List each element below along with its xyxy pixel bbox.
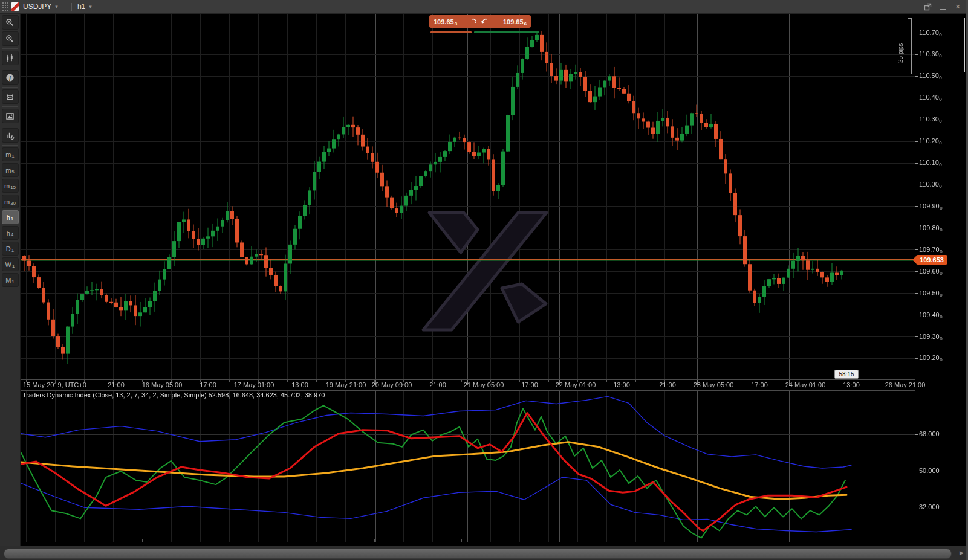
zoom-in-button[interactable] [2, 15, 19, 30]
chart-settings-button[interactable] [2, 128, 19, 143]
toolbar-separator [2, 48, 18, 49]
chart-window: USDJPY ▾ h1 ▾ × f [0, 0, 968, 560]
current-price-badge: 109.653 [916, 255, 947, 265]
symbol-logo-icon [11, 2, 19, 11]
snapshot-icon [5, 112, 15, 121]
price-axis-label: 110.200 [919, 137, 942, 146]
price-axis-label: 110.500 [919, 72, 942, 80]
time-axis-label: 17 May 01:00 [234, 381, 274, 388]
candle-countdown-badge: 58:15 [834, 370, 859, 379]
timeframe-button-W1[interactable]: W1 [2, 257, 19, 271]
time-axis-label: 17:00 [521, 381, 538, 388]
timeframe-button-m5[interactable]: m5 [2, 163, 19, 177]
timeframe-button-D1[interactable]: D1 [2, 242, 19, 256]
zoom-out-icon [5, 34, 15, 43]
timeframe-buttons: m1m5m15m30h1h4D1W1M1 [0, 147, 20, 287]
price-axis-label: 110.700 [919, 29, 942, 37]
price-axis-label: 109.800 [919, 224, 943, 233]
toolbar-separator [2, 126, 18, 126]
chart-toolbar: f m1m5m15m30h1h4D1W1M1 [0, 13, 21, 546]
buy-price: 109.656 [503, 18, 527, 25]
time-axis-label: 23 May 05:00 [694, 381, 734, 388]
price-axis-label: 109.600 [919, 268, 943, 276]
toolbar-separator [2, 87, 18, 88]
price-axis-label: 110.400 [919, 94, 942, 102]
timeframe-label: h1 [77, 2, 85, 11]
time-axis-label: 24 May 01:00 [785, 381, 826, 388]
indicator-axis-label: 32.000 [919, 503, 940, 511]
cbots-button[interactable] [2, 89, 19, 104]
timeframe-button-m30[interactable]: m30 [2, 195, 19, 208]
follow-mode-icon: f [5, 73, 15, 82]
price-axis-label: 109.500 [919, 289, 943, 298]
time-axis-label: 15 May 2019, UTC+0 [23, 381, 86, 388]
chevron-down-icon: ▾ [55, 4, 58, 10]
price-axis-label: 109.300 [919, 333, 943, 341]
zoom-in-icon [5, 18, 15, 27]
drag-handle[interactable] [2, 2, 8, 11]
price-axis-label: 110.300 [919, 115, 942, 124]
price-axis-label: 109.700 [919, 246, 943, 254]
buy-button[interactable]: 109.656 [476, 15, 531, 28]
horizontal-scrollbar[interactable]: ▶ [0, 546, 968, 560]
candlestick-chart-icon [5, 54, 15, 63]
close-icon[interactable]: × [953, 2, 962, 11]
zoom-out-button[interactable] [2, 31, 19, 46]
popout-icon[interactable] [923, 2, 932, 11]
indicator-axis-label: 68.000 [919, 430, 940, 438]
timeframe-button-m1[interactable]: m1 [2, 147, 19, 161]
timeframe-button-h1[interactable]: h1 [2, 210, 19, 224]
time-axis-label: 21:00 [429, 381, 446, 388]
time-axis-label: 17:00 [200, 381, 216, 388]
snapshot-button[interactable] [2, 109, 19, 123]
title-bar: USDJPY ▾ h1 ▾ × [0, 0, 968, 14]
time-axis-label: 26 May 21:00 [885, 381, 926, 388]
timeframe-button-m15[interactable]: m15 [2, 179, 19, 193]
chart-canvas[interactable] [0, 0, 968, 560]
toolbar-separator [2, 106, 18, 107]
time-axis-label: 13:00 [613, 381, 630, 388]
sell-price: 109.653 [434, 18, 457, 25]
symbol-label: USDJPY [23, 2, 51, 11]
sell-button[interactable]: 109.653 [429, 15, 482, 28]
price-axis-label: 109.900 [919, 202, 943, 211]
time-axis-label: 19 May 21:00 [326, 381, 366, 388]
follow-mode-button[interactable]: f [2, 70, 19, 85]
sell-depth-bar [430, 31, 472, 33]
time-axis-label: 21 May 05:00 [464, 381, 504, 388]
price-axis-label: 110.000 [919, 181, 942, 189]
toolbar-separator [2, 145, 18, 146]
time-axis-label: 13:00 [843, 381, 860, 388]
time-axis-label: 20 May 09:00 [372, 381, 412, 388]
robot-icon [5, 92, 15, 101]
scrollbar-thumb[interactable] [4, 549, 952, 559]
time-axis-label: 17:00 [751, 381, 768, 388]
price-axis-label: 109.200 [919, 354, 943, 362]
window-controls: × [923, 2, 968, 11]
titlebar-separator [71, 3, 72, 11]
price-axis-label: 110.600 [919, 50, 942, 59]
time-axis-label: 16 May 05:00 [142, 381, 183, 388]
scrollbar-right-arrow-icon[interactable]: ▶ [960, 550, 964, 556]
time-axis-label: 21:00 [659, 381, 676, 388]
time-axis-label: 22 May 01:00 [556, 381, 596, 388]
timeframe-button-h4[interactable]: h4 [2, 226, 19, 240]
price-axis-label: 110.100 [919, 159, 942, 167]
indicator-title[interactable]: Traders Dynamic Index (Close, 13, 2, 7, … [22, 391, 325, 399]
time-axis-label: 13:00 [291, 381, 308, 388]
buy-depth-bar [474, 31, 539, 33]
timeframe-selector[interactable]: h1 ▾ [77, 2, 92, 11]
chart-settings-icon [5, 131, 15, 140]
symbol-selector[interactable]: USDJPY ▾ [23, 2, 58, 11]
indicator-axis-label: 50.000 [919, 467, 940, 475]
toolbar-separator [2, 68, 18, 68]
timeframe-button-M1[interactable]: M1 [2, 273, 19, 287]
price-axis-label: 109.400 [919, 311, 943, 320]
price-scale-range-label: 25 pips [897, 31, 906, 63]
time-axis-label: 21:00 [108, 381, 125, 388]
chevron-down-icon: ▾ [89, 4, 92, 10]
chart-type-button[interactable] [2, 51, 19, 65]
buy-arrow-icon [481, 18, 488, 25]
maximize-icon[interactable] [938, 2, 947, 11]
